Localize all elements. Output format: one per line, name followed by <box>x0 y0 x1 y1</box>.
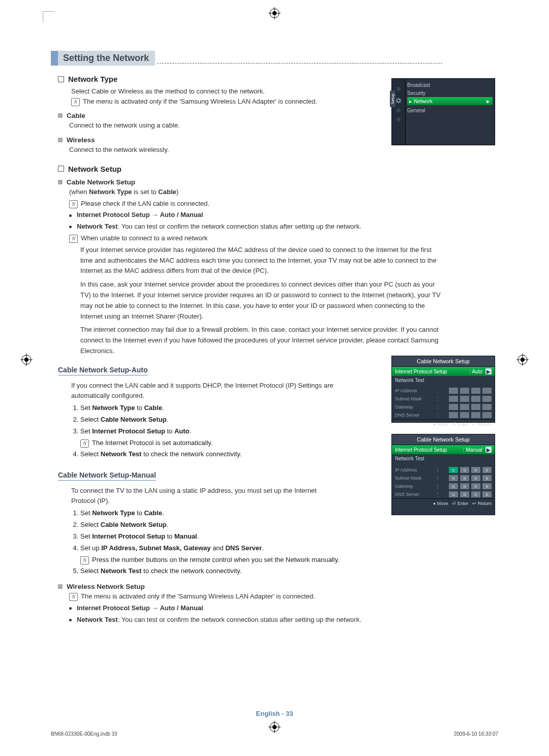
osd-side-dot <box>396 108 401 112</box>
note-icon: N <box>80 439 89 448</box>
note-icon: N <box>69 200 78 208</box>
auto-step3-note: NThe Internet Protocol is set automatica… <box>80 438 442 449</box>
network-setup-heading: Network Setup <box>58 165 442 173</box>
osd-title: Cable Network Setup <box>392 356 495 367</box>
note-icon: N <box>69 593 78 601</box>
square-icon <box>58 138 63 142</box>
osd-row-network: ▸Network► <box>407 97 493 105</box>
move-hint: ♦ Move <box>433 422 448 427</box>
crop-mark <box>43 11 54 23</box>
osd-side-icons <box>392 79 406 145</box>
manual-intro: To connect the TV to the LAN using a sta… <box>71 486 341 506</box>
footer-filename: BN68-02330E-00Eng.indb 33 <box>51 731 117 737</box>
note-lan: NPlease check if the LAN cable is connec… <box>69 199 442 209</box>
osd-setup-tab: Setup <box>390 90 395 107</box>
chevron-right-icon: ► <box>485 99 491 104</box>
wireless-ns-note: NThe menu is activated only if the 'Sams… <box>69 591 442 602</box>
page-number: English - 33 <box>256 710 293 717</box>
gear-icon <box>395 97 402 104</box>
when-line: (when Network Type is set to Cable) <box>69 187 442 198</box>
osd-cable-auto: Cable Network Setup Internet Protocol Se… <box>391 356 495 423</box>
osd-side-dot <box>396 87 401 91</box>
para2: In this case, ask your Internet service … <box>80 279 442 322</box>
para3: The internet connection may fail due to … <box>80 325 442 356</box>
manual-step1: Set Network Type to Cable. <box>80 508 442 519</box>
square-icon <box>58 113 63 118</box>
checkbox-icon <box>58 76 64 82</box>
registration-mark-bottom <box>268 721 281 735</box>
network-type-note: NThe menu is activated only if the 'Sams… <box>71 97 442 107</box>
bullet-icon <box>69 619 72 621</box>
registration-mark-left <box>20 354 33 367</box>
cable-ns-heading: Cable Network Setup <box>58 178 442 186</box>
cable-heading: Cable <box>58 112 442 119</box>
wireless-ns-body: NThe menu is activated only if the 'Sams… <box>69 591 442 625</box>
section-header: Setting the Network <box>51 51 442 66</box>
osd-cable-manual: Cable Network Setup Internet Protocol Se… <box>391 434 495 515</box>
section-title: Setting the Network <box>58 51 155 66</box>
network-type-heading: Network Type <box>58 75 442 83</box>
bullet-icon <box>69 607 72 610</box>
osd-title: Cable Network Setup <box>392 434 495 445</box>
network-type-desc: Select Cable or Wireless as the method t… <box>71 86 442 97</box>
play-icon: ▶ <box>485 447 492 453</box>
move-hint: ♦ Move <box>433 501 448 506</box>
osd-row-security: Security <box>407 89 493 97</box>
note-icon: N <box>80 556 89 564</box>
osd-dns: DNS Server:0000 <box>392 490 495 498</box>
svg-point-5 <box>24 358 28 362</box>
checkbox-icon <box>58 166 64 172</box>
cable-body: Connect to the network using a cable. <box>69 120 442 131</box>
bullet-icon <box>69 214 72 217</box>
section-divider <box>157 63 442 64</box>
note-unable: NWhen unable to connect to a wired netwo… <box>69 233 442 244</box>
wireless-heading: Wireless <box>58 136 442 144</box>
note-icon: N <box>69 235 78 243</box>
auto-step2: Select Cable Network Setup. <box>80 415 442 425</box>
para1: If your Internet service provider has re… <box>80 245 442 276</box>
manual-step5: Select Network Test to check the network… <box>80 566 442 577</box>
cable-ns-body: (when Network Type is set to Cable) NPle… <box>69 187 442 357</box>
osd-sm: Subnet Mask: <box>392 395 495 403</box>
manual-heading: Cable Network Setup-Manual <box>58 471 156 481</box>
manual-step3: Set Internet Protocol Setup to Manual. <box>80 531 442 542</box>
osd-foot: ♦ Move ⏎ Enter ↩ Return <box>392 419 495 429</box>
manual-step4-note: NPress the number buttons on the remote … <box>80 555 442 565</box>
wireless-ns-heading: Wireless Network Setup <box>58 583 442 590</box>
osd-sm: Subnet Mask:0000 <box>392 474 495 482</box>
osd-ips-row: Internet Protocol Setup: Auto▶ <box>392 367 495 376</box>
registration-mark-right <box>516 354 529 367</box>
nt-line: Network Test: You can test or confirm th… <box>69 222 442 232</box>
enter-hint: ⏎ Enter <box>452 422 468 427</box>
wireless-ns-ips: Internet Protocol Setup → Auto / Manual <box>69 603 442 614</box>
svg-point-8 <box>397 99 400 102</box>
manual-step4: Set up IP Address, Subnet Mask, Gateway … <box>80 543 442 565</box>
auto-step3: Set Internet Protocol Setup to Auto. NTh… <box>80 426 442 449</box>
footer-timestamp: 2009-6-10 16:33:07 <box>454 731 498 737</box>
page-content: Setting the Network Network Type Select … <box>51 51 442 626</box>
auto-steps: Set Network Type to Cable. Select Cable … <box>80 403 442 460</box>
section-bar <box>51 51 58 66</box>
osd-side-menu: Setup Broadcast Security ▸Network► Gener… <box>391 78 495 145</box>
enter-hint: ⏎ Enter <box>452 501 468 506</box>
osd-nt-row: Network Test <box>392 454 495 463</box>
auto-step1: Set Network Type to Cable. <box>80 403 442 414</box>
return-hint: ↩ Return <box>472 501 492 506</box>
ips-line: Internet Protocol Setup → Auto / Manual <box>69 210 442 220</box>
bullet-icon <box>69 226 72 228</box>
manual-steps: Set Network Type to Cable. Select Cable … <box>80 508 442 577</box>
registration-mark-top <box>268 7 281 21</box>
svg-point-3 <box>272 725 277 729</box>
osd-gw: Gateway:0000 <box>392 482 495 490</box>
osd-side-dot <box>396 117 401 121</box>
osd-nt-row: Network Test <box>392 376 495 385</box>
svg-point-7 <box>521 358 525 362</box>
play-icon: ▶ <box>485 368 492 374</box>
osd-row-general: General <box>407 106 493 114</box>
osd-foot: ♦ Move ⏎ Enter ↩ Return <box>392 498 495 508</box>
svg-point-1 <box>272 11 277 15</box>
square-icon <box>58 584 63 589</box>
osd-dns: DNS Server: <box>392 411 495 419</box>
square-icon <box>58 180 63 184</box>
osd-ips-row: Internet Protocol Setup: Manual▶ <box>392 445 495 454</box>
